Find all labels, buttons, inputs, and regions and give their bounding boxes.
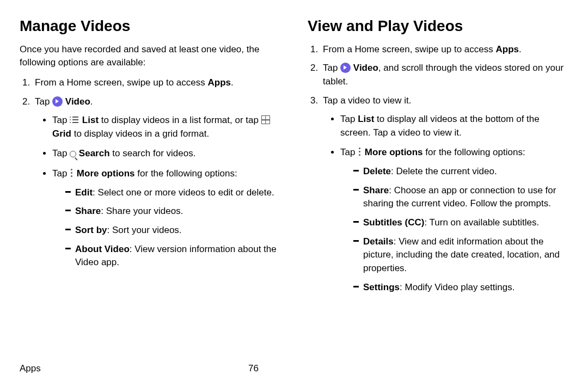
option-name: Sort by	[75, 225, 107, 235]
step-item: From a Home screen, swipe up to access A…	[321, 43, 568, 57]
page-content: Manage Videos Once you have recorded and…	[0, 0, 588, 362]
option-name: Share	[75, 206, 101, 216]
steps-list: From a Home screen, swipe up to access A…	[20, 76, 280, 270]
bullet-item: Tap More options for the following optio…	[52, 167, 280, 270]
step-text: .	[519, 44, 522, 54]
option-name: Details	[363, 236, 394, 247]
dash-list: Edit: Select one or more videos to edit …	[52, 186, 280, 270]
list-label: List	[358, 114, 374, 124]
video-label: Video	[63, 96, 90, 107]
column-view-play-videos: View and Play Videos From a Home screen,…	[308, 15, 568, 357]
more-options-icon	[70, 168, 74, 178]
bullet-item: Tap More options for the following optio…	[340, 146, 568, 294]
grid-label: Grid	[52, 128, 71, 139]
grid-icon	[261, 115, 270, 124]
more-options-label: More options	[362, 147, 422, 157]
step-text: .	[90, 96, 93, 107]
dash-item: Subtitles (CC): Turn on available subtit…	[353, 216, 568, 230]
option-name: Share	[363, 185, 389, 195]
option-desc: : Sort your videos.	[107, 225, 182, 235]
bullet-list: Tap List to display videos in a list for…	[35, 114, 280, 270]
option-desc: : Turn on available subtitles.	[424, 217, 539, 228]
bullet-text: for the following options:	[423, 147, 525, 157]
bullet-text: to display videos in a list format, or t…	[99, 115, 261, 125]
option-name: Delete	[363, 166, 391, 176]
option-desc: : Share your videos.	[101, 206, 183, 216]
bullet-text: Tap	[340, 114, 358, 124]
option-desc: : Delete the current video.	[391, 166, 497, 176]
step-text: From a Home screen, swipe up to access	[35, 77, 207, 88]
search-label: Search	[76, 148, 109, 158]
bullet-text: Tap	[52, 168, 70, 179]
heading-view-play-videos: View and Play Videos	[308, 15, 568, 38]
step-text: Tap a video to view it.	[323, 95, 412, 106]
apps-label: Apps	[207, 77, 231, 88]
dash-item: Details: View and edit information about…	[353, 235, 568, 275]
more-options-label: More options	[74, 168, 134, 179]
dash-item: Share: Choose an app or connection to us…	[353, 184, 568, 211]
dash-item: Share: Share your videos.	[65, 205, 280, 218]
option-name: Settings	[363, 282, 400, 292]
bullet-text: Tap	[52, 148, 70, 158]
intro-text: Once you have recorded and saved at leas…	[20, 43, 280, 70]
more-options-icon	[358, 147, 362, 157]
option-desc: : Select one or more videos to edit or d…	[93, 187, 274, 198]
video-app-icon	[52, 96, 63, 107]
footer-section: Apps	[20, 362, 248, 376]
dash-list: Delete: Delete the current video. Share:…	[340, 165, 568, 294]
steps-list: From a Home screen, swipe up to access A…	[308, 43, 568, 295]
footer-page-number: 76	[248, 362, 259, 376]
search-icon	[70, 151, 76, 157]
dash-item: Edit: Select one or more videos to edit …	[65, 186, 280, 200]
page-footer: Apps 76	[0, 362, 588, 376]
step-text: From a Home screen, swipe up to access	[323, 44, 495, 54]
bullet-text: Tap	[340, 147, 358, 157]
dash-item: Delete: Delete the current video.	[353, 165, 568, 179]
option-name: About Video	[75, 244, 130, 254]
list-label: List	[79, 115, 99, 125]
step-item: Tap a video to view it. Tap List to disp…	[321, 94, 568, 295]
bullet-text: Tap	[52, 115, 70, 125]
step-text: Tap	[323, 63, 340, 73]
step-text: Tap	[35, 96, 52, 107]
step-text: .	[231, 77, 234, 88]
bullet-item: Tap Search to search for videos.	[52, 147, 280, 161]
column-manage-videos: Manage Videos Once you have recorded and…	[20, 15, 280, 357]
bullet-text: to display videos in a grid format.	[71, 128, 209, 139]
step-item: Tap Video, and scroll through the videos…	[321, 62, 568, 88]
bullet-item: Tap List to display all videos at the bo…	[340, 113, 568, 139]
bullet-text: for the following options:	[135, 168, 237, 179]
bullet-text: to search for videos.	[110, 148, 196, 158]
apps-label: Apps	[495, 44, 519, 54]
heading-manage-videos: Manage Videos	[20, 15, 280, 38]
step-item: Tap Video. Tap List to display videos in…	[33, 95, 280, 270]
video-app-icon	[340, 63, 351, 73]
bullet-item: Tap List to display videos in a list for…	[52, 114, 280, 140]
dash-item: Settings: Modify Video play settings.	[353, 281, 568, 295]
option-desc: : Modify Video play settings.	[400, 282, 514, 292]
step-item: From a Home screen, swipe up to access A…	[33, 76, 280, 90]
bullet-list: Tap List to display all videos at the bo…	[323, 113, 568, 294]
dash-item: Sort by: Sort your videos.	[65, 224, 280, 237]
video-label: Video	[351, 63, 378, 73]
list-icon	[70, 115, 79, 125]
option-desc: : Choose an app or connection to use for…	[363, 185, 556, 209]
dash-item: About Video: View version information ab…	[65, 243, 280, 270]
option-name: Edit	[75, 187, 93, 198]
option-name: Subtitles (CC)	[363, 217, 424, 228]
